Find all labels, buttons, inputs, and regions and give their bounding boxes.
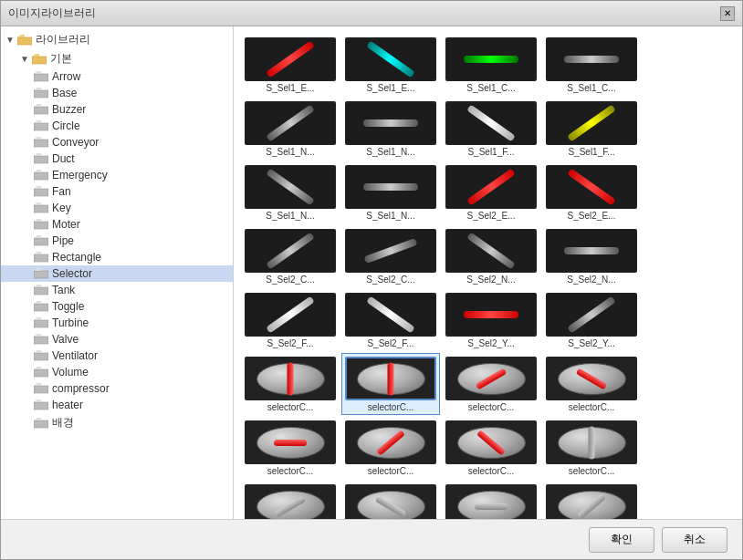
grid-item[interactable]: selectorC...: [542, 417, 641, 479]
sidebar-item-heater[interactable]: heater: [1, 397, 233, 413]
item-label: Conveyor: [52, 136, 99, 149]
item-label: Ventilator: [52, 349, 98, 362]
thumb: [245, 101, 336, 145]
grid-item[interactable]: selectorC...: [341, 481, 440, 519]
grid-item[interactable]: S_Sel2_E...: [442, 161, 540, 223]
grid-item[interactable]: selectorC...: [542, 481, 641, 519]
thumb-label: selectorC...: [468, 466, 515, 476]
thumb-label: S_Sel2_C...: [266, 275, 314, 285]
thumb: [445, 229, 537, 273]
thumb: [546, 420, 637, 464]
item-folder-icon: [34, 285, 48, 296]
thumb: [345, 165, 436, 209]
grid-item[interactable]: S_Sel2_Y...: [442, 289, 540, 351]
sidebar-item-conveyor[interactable]: Conveyor: [1, 134, 233, 150]
item-folder-icon: [34, 235, 48, 246]
grid-item[interactable]: S_Sel2_N...: [442, 225, 540, 287]
grid-item[interactable]: S_Sel1_F...: [442, 98, 540, 160]
grid-item[interactable]: S_Sel1_N...: [241, 98, 340, 160]
item-label: compressor: [52, 382, 110, 395]
sidebar-item-ventilator[interactable]: Ventilator: [1, 347, 233, 364]
grid-item[interactable]: selectorC...: [542, 353, 641, 415]
grid-item[interactable]: selectorC...: [442, 417, 540, 479]
sidebar-item-tank[interactable]: Tank: [1, 282, 233, 298]
thumb-label: S_Sel2_Y...: [568, 338, 615, 348]
item-label: heater: [52, 399, 83, 411]
item-folder-icon: [34, 153, 48, 164]
thumb-label: S_Sel1_N...: [366, 211, 414, 221]
tree-root[interactable]: ▼ 라이브러리: [1, 30, 233, 49]
sidebar-item-fan[interactable]: Fan: [1, 183, 233, 200]
grid-item[interactable]: selectorC...: [442, 353, 540, 415]
grid-item[interactable]: S_Sel1_N...: [241, 161, 340, 223]
thumb-label: selectorC...: [569, 466, 615, 476]
sidebar-item-duct[interactable]: Duct: [1, 150, 233, 167]
item-folder-icon: [34, 399, 48, 410]
grid-item[interactable]: selectorC...: [442, 481, 540, 519]
item-folder-icon: [34, 383, 48, 394]
item-label: Rectangle: [52, 251, 101, 264]
grid-item[interactable]: S_Sel2_C...: [341, 225, 440, 287]
grid-item[interactable]: S_Sel1_F...: [542, 98, 641, 160]
sidebar-item-base[interactable]: Base: [1, 85, 233, 101]
thumb: [245, 37, 336, 81]
grid-item[interactable]: S_Sel1_E...: [241, 34, 340, 96]
grid-item[interactable]: S_Sel1_N...: [341, 161, 440, 223]
sidebar-item-buzzer[interactable]: Buzzer: [1, 101, 233, 118]
confirm-button[interactable]: 확인: [589, 527, 654, 553]
sidebar-item-selector[interactable]: Selector: [1, 265, 233, 282]
thumb: [345, 101, 436, 145]
item-label: Base: [52, 87, 77, 99]
item-folder-icon: [34, 350, 48, 361]
sidebar-item-background[interactable]: 배경: [1, 413, 233, 432]
grid-item[interactable]: S_Sel2_N...: [542, 225, 641, 287]
thumb: [546, 293, 637, 337]
cancel-button[interactable]: 취소: [662, 527, 727, 553]
thumb-label: S_Sel2_C...: [366, 275, 414, 285]
grid-item[interactable]: S_Sel1_C...: [442, 34, 540, 96]
grid-item[interactable]: selectorC...: [341, 417, 440, 479]
thumb: [546, 229, 637, 273]
sidebar-item-key[interactable]: Key: [1, 200, 233, 216]
close-button[interactable]: ✕: [720, 6, 735, 21]
root-label: 라이브러리: [36, 32, 90, 47]
grid-item[interactable]: S_Sel1_C...: [542, 34, 641, 96]
thumb-label: S_Sel1_F...: [467, 147, 514, 157]
grid-item[interactable]: S_Sel1_N...: [341, 98, 440, 160]
sidebar-item-moter[interactable]: Moter: [1, 216, 233, 233]
thumb: [245, 420, 336, 464]
sidebar-item-emergency[interactable]: Emergency: [1, 167, 233, 183]
thumb: [445, 165, 537, 209]
item-folder-icon: [34, 334, 48, 345]
sidebar-item-circle[interactable]: Circle: [1, 118, 233, 134]
sidebar-item-toggle[interactable]: Toggle: [1, 298, 233, 315]
grid-item[interactable]: selectorC...: [241, 481, 340, 519]
tree-group[interactable]: ▼ 기본: [1, 49, 233, 68]
grid-item[interactable]: S_Sel2_F...: [341, 289, 440, 351]
grid-item[interactable]: selectorC...: [241, 417, 340, 479]
sidebar-item-valve[interactable]: Valve: [1, 331, 233, 347]
item-label: Emergency: [52, 169, 108, 181]
grid-item[interactable]: S_Sel2_E...: [542, 161, 641, 223]
thumb-label: S_Sel2_N...: [567, 275, 615, 285]
sidebar-item-volume[interactable]: Volume: [1, 364, 233, 380]
thumb-label: S_Sel1_E...: [267, 83, 315, 93]
grid-item[interactable]: S_Sel2_Y...: [542, 289, 641, 351]
grid-item[interactable]: selectorC...: [241, 353, 340, 415]
sidebar-item-compressor[interactable]: compressor: [1, 380, 233, 397]
item-folder-icon: [34, 88, 48, 99]
grid-item[interactable]: S_Sel2_F...: [241, 289, 340, 351]
grid-item[interactable]: S_Sel1_E...: [341, 34, 440, 96]
grid-item[interactable]: selectorC...: [341, 353, 440, 415]
thumb-label: S_Sel2_Y...: [467, 338, 515, 348]
sidebar: ▼ 라이브러리 ▼ 기본: [1, 26, 234, 519]
root-folder-icon: [17, 35, 32, 46]
grid-item[interactable]: S_Sel2_C...: [241, 225, 340, 287]
sidebar-item-rectangle[interactable]: Rectangle: [1, 249, 233, 265]
sidebar-item-turbine[interactable]: Turbine: [1, 315, 233, 331]
main-window: 이미지라이브러리 ✕ ▼ 라이브러리 ▼: [0, 0, 743, 560]
sidebar-item-pipe[interactable]: Pipe: [1, 233, 233, 249]
sidebar-item-arrow[interactable]: Arrow: [1, 68, 233, 85]
item-folder-icon: [34, 104, 48, 115]
tree-area[interactable]: ▼ 라이브러리 ▼ 기본: [1, 26, 233, 519]
